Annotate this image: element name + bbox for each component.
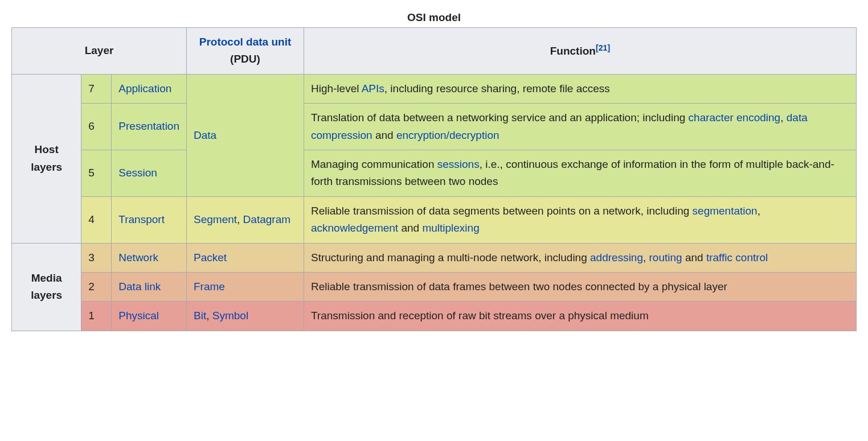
pdu-abbrev: (PDU) — [230, 53, 260, 65]
link-session[interactable]: Session — [118, 167, 157, 179]
header-function: Function[21] — [304, 28, 856, 75]
row-layer-7: Host layers 7 Application Data High-leve… — [12, 74, 857, 103]
link-data[interactable]: Data — [194, 129, 216, 141]
row-layer-3: Media layers 3 Network Packet Structurin… — [12, 243, 857, 272]
layer-number-2: 2 — [81, 272, 112, 301]
link-transport[interactable]: Transport — [118, 213, 165, 225]
function-cell-4: Reliable transmission of data segments b… — [304, 196, 856, 243]
link-segment[interactable]: Segment — [194, 213, 237, 225]
link-presentation[interactable]: Presentation — [118, 120, 179, 132]
link-apis[interactable]: APIs — [362, 83, 384, 94]
header-pdu: Protocol data unit (PDU) — [187, 28, 304, 75]
link-frame[interactable]: Frame — [194, 281, 225, 292]
row-layer-4: 4 Transport Segment, Datagram Reliable t… — [12, 196, 857, 243]
table-caption: OSI model — [11, 11, 857, 27]
layer-number-5: 5 — [81, 150, 112, 196]
link-packet[interactable]: Packet — [194, 252, 227, 263]
link-acknowledgement[interactable]: acknowledgement — [311, 222, 398, 234]
link-physical[interactable]: Physical — [118, 310, 159, 322]
link-character-encoding[interactable]: character encoding — [689, 112, 781, 123]
layer-number-1: 1 — [81, 302, 112, 331]
row-layer-2: 2 Data link Frame Reliable transmission … — [12, 272, 857, 301]
row-layer-5: 5 Session Managing communication session… — [12, 150, 857, 196]
pdu-link[interactable]: Protocol data unit — [199, 36, 292, 48]
row-layer-6: 6 Presentation Translation of data betwe… — [12, 104, 857, 150]
link-symbol[interactable]: Symbol — [212, 310, 248, 322]
pdu-packet-cell: Packet — [187, 243, 304, 272]
pdu-data-cell: Data — [187, 74, 304, 196]
link-routing[interactable]: routing — [649, 252, 682, 263]
header-function-label: Function — [550, 45, 596, 57]
layer-name-cell-2: Data link — [112, 272, 187, 301]
link-application[interactable]: Application — [118, 83, 171, 94]
function-cell-5: Managing communication sessions, i.e., c… — [304, 150, 856, 196]
citation-21[interactable]: [21] — [596, 43, 610, 52]
layer-name-cell-6: Presentation — [112, 104, 187, 150]
pdu-segment-cell: Segment, Datagram — [187, 196, 304, 243]
layer-name-cell-3: Network — [112, 243, 187, 272]
function-cell-7: High-level APIs, including resource shar… — [304, 74, 856, 103]
link-addressing[interactable]: addressing — [590, 252, 643, 263]
link-multiplexing[interactable]: multiplexing — [422, 222, 479, 234]
link-datagram[interactable]: Datagram — [243, 213, 290, 225]
link-segmentation[interactable]: segmentation — [693, 205, 758, 217]
function-cell-6: Translation of data between a networking… — [304, 104, 856, 150]
function-cell-1: Transmission and reception of raw bit st… — [304, 302, 856, 331]
layer-number-6: 6 — [81, 104, 112, 150]
layer-number-3: 3 — [81, 243, 112, 272]
link-traffic-control[interactable]: traffic control — [706, 252, 768, 263]
pdu-frame-cell: Frame — [187, 272, 304, 301]
link-sessions[interactable]: sessions — [437, 158, 480, 170]
link-network[interactable]: Network — [118, 252, 158, 263]
function-cell-2: Reliable transmission of data frames bet… — [304, 272, 856, 301]
osi-model-table: OSI model Layer Protocol data unit (PDU)… — [11, 11, 857, 331]
pdu-bit-cell: Bit, Symbol — [187, 302, 304, 331]
group-media-layers: Media layers — [12, 243, 81, 331]
layer-name-cell-7: Application — [112, 74, 187, 103]
header-layer: Layer — [12, 28, 187, 75]
layer-name-cell-1: Physical — [112, 302, 187, 331]
link-data-link[interactable]: Data link — [118, 281, 161, 292]
row-layer-1: 1 Physical Bit, Symbol Transmission and … — [12, 302, 857, 331]
link-encryption-decryption[interactable]: encryption/decryption — [396, 129, 499, 141]
layer-name-cell-4: Transport — [112, 196, 187, 243]
link-bit[interactable]: Bit — [194, 310, 206, 322]
group-host-layers: Host layers — [12, 74, 81, 243]
function-cell-3: Structuring and managing a multi-node ne… — [304, 243, 856, 272]
layer-number-7: 7 — [81, 74, 112, 103]
layer-name-cell-5: Session — [112, 150, 187, 196]
layer-number-4: 4 — [81, 196, 112, 243]
